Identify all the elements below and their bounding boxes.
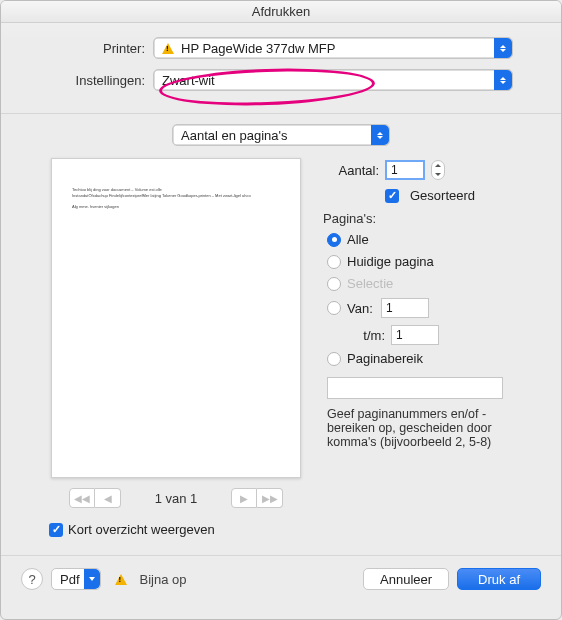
section-select-value: Aantal en pagina's (181, 128, 288, 143)
sorted-label: Gesorteerd (410, 188, 475, 203)
pages-range-input[interactable] (327, 377, 503, 399)
supply-status: Bijna op (115, 572, 187, 587)
pages-from-input[interactable] (381, 298, 429, 318)
settings-select[interactable]: Zwart-wit (153, 69, 513, 91)
print-button[interactable]: Druk af (457, 568, 541, 590)
chevron-down-icon (84, 569, 100, 589)
warning-icon (115, 574, 127, 585)
chevron-updown-icon (371, 125, 389, 145)
pages-all-radio[interactable] (327, 233, 341, 247)
settings-value: Zwart-wit (162, 73, 215, 88)
printer-value: HP PageWide 377dw MFP (181, 41, 335, 56)
cancel-button[interactable]: Annuleer (363, 568, 449, 590)
chevron-updown-icon (494, 70, 512, 90)
pager-last-button[interactable]: ▶▶ (257, 488, 283, 508)
preview-pager: ◀◀ ◀ 1 van 1 ▶ ▶▶ (51, 488, 301, 508)
section-select[interactable]: Aantal en pagina's (172, 124, 390, 146)
short-overview-label: Kort overzicht weergeven (68, 522, 215, 537)
pages-heading: Pagina's: (323, 211, 541, 226)
pager-prev-button[interactable]: ◀ (95, 488, 121, 508)
pages-current-label: Huidige pagina (347, 254, 434, 269)
warning-icon (162, 43, 174, 54)
pager-status: 1 van 1 (131, 491, 221, 506)
chevron-updown-icon (494, 38, 512, 58)
pages-from-radio[interactable] (327, 301, 341, 315)
pdf-menu[interactable]: Pdf (51, 568, 101, 590)
short-overview-checkbox[interactable]: ✓ (49, 523, 63, 537)
pages-selection-label: Selectie (347, 276, 393, 291)
dialog-title: Afdrukken (1, 1, 561, 23)
copies-input[interactable] (385, 160, 425, 180)
pager-next-button[interactable]: ▶ (231, 488, 257, 508)
settings-label: Instellingen: (49, 73, 153, 88)
print-dialog: Afdrukken Printer: HP PageWide 377dw MFP… (0, 0, 562, 620)
pages-selection-radio (327, 277, 341, 291)
pages-range-label: Paginabereik (347, 351, 423, 366)
pages-range-radio[interactable] (327, 352, 341, 366)
help-button[interactable]: ? (21, 568, 43, 590)
sorted-checkbox[interactable]: ✓ (385, 189, 399, 203)
pdf-menu-label: Pdf (60, 572, 80, 587)
pages-to-label: t/m: (357, 328, 385, 343)
printer-label: Printer: (49, 41, 153, 56)
pages-from-label: Van: (347, 301, 381, 316)
pages-to-input[interactable] (391, 325, 439, 345)
pages-all-label: Alle (347, 232, 369, 247)
page-preview: Techtoo blij ding voor docusment – Volum… (51, 158, 301, 478)
supply-status-text: Bijna op (140, 572, 187, 587)
printer-select[interactable]: HP PageWide 377dw MFP (153, 37, 513, 59)
copies-stepper[interactable] (431, 160, 445, 180)
copies-label: Aantal: (323, 163, 379, 178)
pages-range-hint: Geef paginanummers en/of -bereiken op, g… (327, 407, 517, 449)
pages-current-radio[interactable] (327, 255, 341, 269)
pager-first-button[interactable]: ◀◀ (69, 488, 95, 508)
